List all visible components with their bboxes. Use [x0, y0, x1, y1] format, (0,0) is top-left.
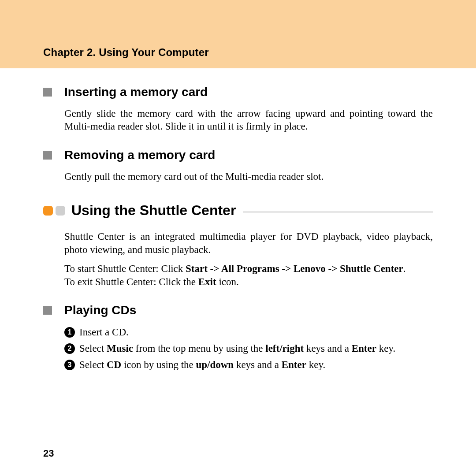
bold-text: Enter [282, 359, 306, 370]
text: from the top menu by using the [133, 343, 265, 354]
shuttle-intro: Shuttle Center is an integrated multimed… [64, 230, 433, 256]
page-content: Inserting a memory card Gently slide the… [0, 68, 476, 372]
step-text: Select CD icon by using the up/down keys… [79, 358, 433, 372]
remove-body: Gently pull the memory card out of the M… [64, 170, 433, 183]
text: To exit Shuttle Center: Click the [64, 276, 198, 287]
text: Select [79, 343, 107, 354]
step-text: Insert a CD. [79, 325, 433, 339]
square-bullet-icon [43, 151, 52, 160]
major-heading-label: Using the Shuttle Center [71, 202, 236, 219]
step-text: Select Music from the top menu by using … [79, 342, 433, 355]
text: Select [79, 359, 107, 370]
bold-text: CD [107, 359, 121, 370]
step-number-icon: 2 [64, 343, 75, 354]
step-1: 1 Insert a CD. [64, 325, 433, 339]
step-number-icon: 3 [64, 360, 75, 370]
bold-text: up/down [196, 359, 234, 370]
text: . [403, 263, 406, 274]
bold-text: Enter [352, 343, 376, 354]
step-2: 2 Select Music from the top menu by usin… [64, 342, 433, 355]
header-band: Chapter 2. Using Your Computer [0, 0, 476, 68]
rounded-square-gray-icon [56, 206, 65, 216]
major-heading-shuttle: Using the Shuttle Center [43, 202, 433, 219]
manual-page: Chapter 2. Using Your Computer Inserting… [0, 0, 476, 476]
subheading-label: Playing CDs [64, 303, 136, 317]
subheading-label: Removing a memory card [64, 148, 215, 162]
square-bullet-icon [43, 88, 52, 97]
horizontal-rule [243, 212, 433, 212]
insert-body: Gently slide the memory card with the ar… [64, 107, 433, 133]
bold-text: Start -> All Programs -> Lenovo -> Shutt… [186, 263, 403, 274]
bold-text: Music [107, 343, 133, 354]
text: icon. [216, 276, 239, 287]
chapter-title: Chapter 2. Using Your Computer [43, 46, 209, 59]
subheading-playing-cds: Playing CDs [43, 303, 433, 317]
subheading-inserting: Inserting a memory card [43, 85, 433, 99]
shuttle-exit-line: To exit Shuttle Center: Click the Exit i… [64, 275, 433, 288]
page-number: 23 [43, 448, 54, 459]
step-3: 3 Select CD icon by using the up/down ke… [64, 358, 433, 372]
step-number-icon: 1 [64, 327, 75, 338]
bold-text: left/right [265, 343, 304, 354]
bold-text: Exit [198, 276, 216, 287]
subheading-removing: Removing a memory card [43, 148, 433, 162]
text: key. [306, 359, 325, 370]
text: To start Shuttle Center: Click [64, 263, 186, 274]
text: keys and a [304, 343, 352, 354]
text: keys and a [234, 359, 282, 370]
text: key. [376, 343, 395, 354]
square-bullet-icon [43, 306, 52, 315]
subheading-label: Inserting a memory card [64, 85, 208, 99]
playing-steps: 1 Insert a CD. 2 Select Music from the t… [64, 325, 433, 372]
shuttle-start-line: To start Shuttle Center: Click Start -> … [64, 262, 433, 275]
rounded-square-orange-icon [43, 206, 53, 216]
text: icon by using the [121, 359, 196, 370]
